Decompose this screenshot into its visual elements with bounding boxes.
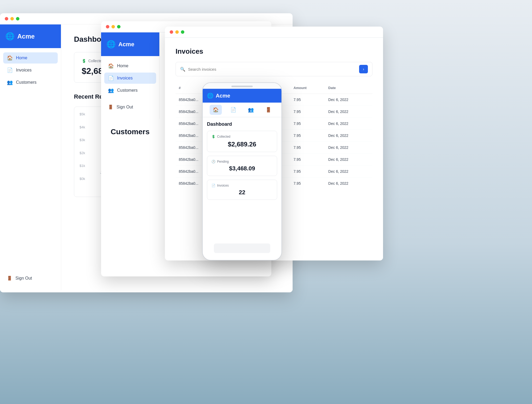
close-button[interactable] bbox=[5, 17, 8, 20]
phone-dashboard-title: Dashboard bbox=[207, 121, 277, 127]
col-amount: Amount bbox=[290, 84, 325, 94]
sidebar-label-invoices-mid: Invoices bbox=[117, 76, 133, 81]
maximize-button[interactable] bbox=[16, 17, 19, 20]
cell-amount: 7.95 bbox=[290, 166, 325, 178]
sidebar-item-home-mid[interactable]: 🏠 Home bbox=[104, 60, 156, 71]
phone-collected-label: 💲 Collected bbox=[211, 135, 273, 138]
col-date: Date bbox=[325, 84, 372, 94]
customers-icon: 👥 bbox=[7, 79, 13, 85]
sidebar-nav-back: 🏠 Home 📄 Invoices 👥 Customers bbox=[0, 48, 61, 271]
sidebar-item-customers-back[interactable]: 👥 Customers bbox=[3, 77, 58, 88]
phone-invoices-card: 📄 Invoices 22 bbox=[207, 180, 277, 200]
close-button-mid[interactable] bbox=[106, 25, 109, 28]
cell-amount: 7.95 bbox=[290, 142, 325, 154]
cell-date: Dec 6, 2022 bbox=[325, 94, 372, 106]
minimize-button[interactable] bbox=[10, 17, 14, 20]
close-button-inv[interactable] bbox=[170, 30, 173, 34]
invoices-title: Invoices bbox=[176, 47, 372, 56]
sidebar-label-home: Home bbox=[16, 56, 27, 60]
cell-amount: 7.95 bbox=[290, 130, 325, 142]
cell-date: Dec 6, 2022 bbox=[325, 106, 372, 118]
home-icon-mid: 🏠 bbox=[108, 63, 114, 69]
phone-nav-signout[interactable]: 🚪 bbox=[262, 105, 275, 115]
phone-nav-invoices[interactable]: 📄 bbox=[227, 105, 239, 115]
globe-icon: 🌐 bbox=[5, 32, 15, 41]
signout-mid[interactable]: 🚪 Sign Out bbox=[101, 100, 159, 114]
sidebar-label-customers: Customers bbox=[16, 80, 36, 85]
phone-wrapper: 🌐 Acme 🏠 📄 👥 🚪 Dashboard 💲 Collected $2,… bbox=[202, 82, 282, 260]
dollar-icon-phone: 💲 bbox=[211, 135, 215, 138]
minimize-button-mid[interactable] bbox=[111, 25, 115, 28]
invoices-icon: 📄 bbox=[7, 67, 13, 73]
sidebar-label-invoices: Invoices bbox=[16, 68, 32, 73]
phone-nav-home[interactable]: 🏠 bbox=[210, 105, 222, 115]
search-input[interactable] bbox=[188, 67, 356, 71]
signout-back[interactable]: 🚪 Sign Out bbox=[0, 271, 61, 285]
globe-icon-phone: 🌐 bbox=[207, 92, 214, 99]
cell-amount: 7.95 bbox=[290, 118, 325, 130]
cell-amount: 7.95 bbox=[290, 178, 325, 190]
sidebar-item-invoices-mid[interactable]: 📄 Invoices bbox=[104, 73, 156, 84]
minimize-button-inv[interactable] bbox=[175, 30, 179, 34]
doc-icon-phone: 📄 bbox=[211, 184, 215, 187]
phone-nav-customers[interactable]: 👥 bbox=[245, 105, 257, 115]
cell-date: Dec 6, 2022 bbox=[325, 166, 372, 178]
phone-home-btn-wrapper bbox=[203, 239, 281, 260]
brand-name-phone: Acme bbox=[216, 93, 230, 99]
sidebar-label-home-mid: Home bbox=[117, 64, 128, 68]
sidebar-back: 🌐 Acme 🏠 Home 📄 Invoices 👥 Customers � bbox=[0, 24, 61, 290]
cell-amount: 7.95 bbox=[290, 106, 325, 118]
invoices-icon-mid: 📄 bbox=[108, 75, 114, 81]
phone-header: 🌐 Acme bbox=[203, 89, 281, 103]
titlebar-invoices bbox=[165, 27, 383, 38]
phone-pending-value: $3,468.09 bbox=[211, 165, 273, 172]
sidebar-nav-mid: 🏠 Home 📄 Invoices 👥 Customers bbox=[101, 56, 159, 100]
clock-icon: 🕐 bbox=[211, 160, 215, 163]
signout-icon-mid: 🚪 bbox=[108, 104, 113, 110]
brand-name-mid: Acme bbox=[118, 41, 134, 48]
home-icon: 🏠 bbox=[7, 55, 13, 61]
signout-label: Sign Out bbox=[15, 276, 32, 281]
search-icon: 🔍 bbox=[180, 67, 185, 72]
cell-amount: 7.95 bbox=[290, 94, 325, 106]
maximize-button-inv[interactable] bbox=[181, 30, 184, 34]
cell-date: Dec 6, 2022 bbox=[325, 178, 372, 190]
phone-notch-bar bbox=[203, 83, 281, 89]
phone-home-button bbox=[214, 243, 270, 253]
signout-icon: 🚪 bbox=[7, 276, 12, 281]
cell-date: Dec 6, 2022 bbox=[325, 118, 372, 130]
globe-icon-mid: 🌐 bbox=[106, 40, 116, 49]
chart-y-labels: $5k $4k $3k $2k $1k $0k bbox=[80, 112, 85, 181]
phone-collected-value: $2,689.26 bbox=[211, 141, 273, 148]
logo-back: 🌐 Acme bbox=[0, 24, 61, 48]
sidebar-item-home-back[interactable]: 🏠 Home bbox=[3, 52, 58, 64]
phone-pending-label: 🕐 Pending bbox=[211, 160, 273, 163]
phone-body: Dashboard 💲 Collected $2,689.26 🕐 Pendin… bbox=[203, 117, 281, 239]
search-bar[interactable]: 🔍 › bbox=[176, 62, 372, 76]
cell-date: Dec 6, 2022 bbox=[325, 154, 372, 166]
cell-date: Dec 6, 2022 bbox=[325, 130, 372, 142]
sidebar-label-customers-mid: Customers bbox=[117, 88, 138, 93]
sidebar-item-invoices-back[interactable]: 📄 Invoices bbox=[3, 65, 58, 76]
sidebar-item-customers-mid[interactable]: 👥 Customers bbox=[104, 85, 156, 96]
dollar-icon: 💲 bbox=[82, 59, 86, 63]
phone-invoices-label: 📄 Invoices bbox=[211, 184, 273, 187]
phone-nav-bar: 🏠 📄 👥 🚪 bbox=[203, 103, 281, 117]
phone-notch bbox=[231, 86, 253, 87]
signout-label-mid: Sign Out bbox=[117, 105, 133, 110]
phone-collected-card: 💲 Collected $2,689.26 bbox=[207, 131, 277, 152]
cell-amount: 7.95 bbox=[290, 154, 325, 166]
maximize-button-mid[interactable] bbox=[117, 25, 120, 28]
search-button[interactable]: › bbox=[359, 65, 368, 73]
phone-pending-card: 🕐 Pending $3,468.09 bbox=[207, 156, 277, 176]
phone-frame: 🌐 Acme 🏠 📄 👥 🚪 Dashboard 💲 Collected $2,… bbox=[202, 82, 282, 260]
logo-mid: 🌐 Acme bbox=[101, 32, 159, 56]
customers-icon-mid: 👥 bbox=[108, 87, 114, 93]
sidebar-mid: 🌐 Acme 🏠 Home 📄 Invoices 👥 Customers � bbox=[101, 32, 160, 119]
brand-name-back: Acme bbox=[17, 33, 35, 40]
cell-date: Dec 6, 2022 bbox=[325, 142, 372, 154]
phone-invoices-value: 22 bbox=[211, 189, 273, 196]
